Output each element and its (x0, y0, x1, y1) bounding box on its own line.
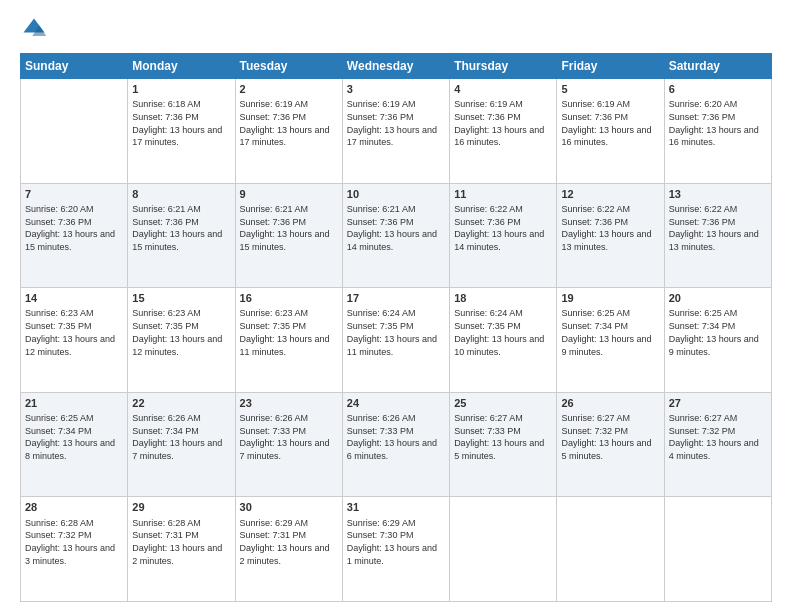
calendar-cell: 4Sunrise: 6:19 AMSunset: 7:36 PMDaylight… (450, 79, 557, 184)
calendar-cell: 10Sunrise: 6:21 AMSunset: 7:36 PMDayligh… (342, 183, 449, 288)
calendar-cell: 2Sunrise: 6:19 AMSunset: 7:36 PMDaylight… (235, 79, 342, 184)
day-number: 23 (240, 396, 338, 410)
logo (20, 15, 52, 43)
day-info: Sunrise: 6:25 AMSunset: 7:34 PMDaylight:… (561, 308, 651, 356)
day-info: Sunrise: 6:28 AMSunset: 7:32 PMDaylight:… (25, 518, 115, 566)
day-number: 29 (132, 500, 230, 514)
day-info: Sunrise: 6:25 AMSunset: 7:34 PMDaylight:… (25, 413, 115, 461)
calendar-cell: 1Sunrise: 6:18 AMSunset: 7:36 PMDaylight… (128, 79, 235, 184)
day-info: Sunrise: 6:26 AMSunset: 7:33 PMDaylight:… (347, 413, 437, 461)
day-number: 31 (347, 500, 445, 514)
calendar-cell: 17Sunrise: 6:24 AMSunset: 7:35 PMDayligh… (342, 288, 449, 393)
day-number: 8 (132, 187, 230, 201)
day-number: 15 (132, 291, 230, 305)
calendar-cell: 30Sunrise: 6:29 AMSunset: 7:31 PMDayligh… (235, 497, 342, 602)
calendar-cell: 25Sunrise: 6:27 AMSunset: 7:33 PMDayligh… (450, 392, 557, 497)
calendar-cell: 19Sunrise: 6:25 AMSunset: 7:34 PMDayligh… (557, 288, 664, 393)
day-info: Sunrise: 6:27 AMSunset: 7:33 PMDaylight:… (454, 413, 544, 461)
day-number: 17 (347, 291, 445, 305)
calendar-week-row: 7Sunrise: 6:20 AMSunset: 7:36 PMDaylight… (21, 183, 772, 288)
calendar-cell: 13Sunrise: 6:22 AMSunset: 7:36 PMDayligh… (664, 183, 771, 288)
calendar-cell: 20Sunrise: 6:25 AMSunset: 7:34 PMDayligh… (664, 288, 771, 393)
calendar-cell: 3Sunrise: 6:19 AMSunset: 7:36 PMDaylight… (342, 79, 449, 184)
calendar-cell (21, 79, 128, 184)
day-number: 16 (240, 291, 338, 305)
calendar-cell: 28Sunrise: 6:28 AMSunset: 7:32 PMDayligh… (21, 497, 128, 602)
day-number: 18 (454, 291, 552, 305)
day-number: 13 (669, 187, 767, 201)
calendar-cell: 9Sunrise: 6:21 AMSunset: 7:36 PMDaylight… (235, 183, 342, 288)
day-number: 25 (454, 396, 552, 410)
day-info: Sunrise: 6:24 AMSunset: 7:35 PMDaylight:… (347, 308, 437, 356)
calendar-week-row: 21Sunrise: 6:25 AMSunset: 7:34 PMDayligh… (21, 392, 772, 497)
calendar-cell: 11Sunrise: 6:22 AMSunset: 7:36 PMDayligh… (450, 183, 557, 288)
day-info: Sunrise: 6:20 AMSunset: 7:36 PMDaylight:… (669, 99, 759, 147)
day-info: Sunrise: 6:21 AMSunset: 7:36 PMDaylight:… (240, 204, 330, 252)
calendar-cell: 23Sunrise: 6:26 AMSunset: 7:33 PMDayligh… (235, 392, 342, 497)
day-info: Sunrise: 6:21 AMSunset: 7:36 PMDaylight:… (347, 204, 437, 252)
calendar-header-sunday: Sunday (21, 54, 128, 79)
calendar-cell (450, 497, 557, 602)
calendar-header-saturday: Saturday (664, 54, 771, 79)
day-info: Sunrise: 6:27 AMSunset: 7:32 PMDaylight:… (669, 413, 759, 461)
calendar-cell: 5Sunrise: 6:19 AMSunset: 7:36 PMDaylight… (557, 79, 664, 184)
calendar-cell: 29Sunrise: 6:28 AMSunset: 7:31 PMDayligh… (128, 497, 235, 602)
day-number: 10 (347, 187, 445, 201)
calendar-cell (557, 497, 664, 602)
calendar-cell: 31Sunrise: 6:29 AMSunset: 7:30 PMDayligh… (342, 497, 449, 602)
calendar-cell: 15Sunrise: 6:23 AMSunset: 7:35 PMDayligh… (128, 288, 235, 393)
day-number: 14 (25, 291, 123, 305)
day-info: Sunrise: 6:22 AMSunset: 7:36 PMDaylight:… (669, 204, 759, 252)
calendar-header-friday: Friday (557, 54, 664, 79)
day-number: 20 (669, 291, 767, 305)
day-info: Sunrise: 6:23 AMSunset: 7:35 PMDaylight:… (132, 308, 222, 356)
calendar-header-monday: Monday (128, 54, 235, 79)
calendar-cell: 26Sunrise: 6:27 AMSunset: 7:32 PMDayligh… (557, 392, 664, 497)
calendar-cell: 7Sunrise: 6:20 AMSunset: 7:36 PMDaylight… (21, 183, 128, 288)
day-number: 26 (561, 396, 659, 410)
day-info: Sunrise: 6:23 AMSunset: 7:35 PMDaylight:… (240, 308, 330, 356)
day-info: Sunrise: 6:26 AMSunset: 7:34 PMDaylight:… (132, 413, 222, 461)
day-info: Sunrise: 6:19 AMSunset: 7:36 PMDaylight:… (454, 99, 544, 147)
day-number: 3 (347, 82, 445, 96)
day-number: 27 (669, 396, 767, 410)
day-info: Sunrise: 6:26 AMSunset: 7:33 PMDaylight:… (240, 413, 330, 461)
day-number: 9 (240, 187, 338, 201)
calendar-cell: 8Sunrise: 6:21 AMSunset: 7:36 PMDaylight… (128, 183, 235, 288)
day-info: Sunrise: 6:28 AMSunset: 7:31 PMDaylight:… (132, 518, 222, 566)
calendar-header-thursday: Thursday (450, 54, 557, 79)
day-info: Sunrise: 6:23 AMSunset: 7:35 PMDaylight:… (25, 308, 115, 356)
day-info: Sunrise: 6:19 AMSunset: 7:36 PMDaylight:… (347, 99, 437, 147)
day-number: 19 (561, 291, 659, 305)
calendar-header-tuesday: Tuesday (235, 54, 342, 79)
day-number: 21 (25, 396, 123, 410)
day-number: 2 (240, 82, 338, 96)
day-number: 4 (454, 82, 552, 96)
day-number: 1 (132, 82, 230, 96)
day-info: Sunrise: 6:29 AMSunset: 7:31 PMDaylight:… (240, 518, 330, 566)
calendar-header-wednesday: Wednesday (342, 54, 449, 79)
calendar-cell: 14Sunrise: 6:23 AMSunset: 7:35 PMDayligh… (21, 288, 128, 393)
calendar-cell: 18Sunrise: 6:24 AMSunset: 7:35 PMDayligh… (450, 288, 557, 393)
calendar-table: SundayMondayTuesdayWednesdayThursdayFrid… (20, 53, 772, 602)
day-info: Sunrise: 6:21 AMSunset: 7:36 PMDaylight:… (132, 204, 222, 252)
day-info: Sunrise: 6:25 AMSunset: 7:34 PMDaylight:… (669, 308, 759, 356)
calendar-cell: 12Sunrise: 6:22 AMSunset: 7:36 PMDayligh… (557, 183, 664, 288)
day-number: 11 (454, 187, 552, 201)
day-number: 24 (347, 396, 445, 410)
day-info: Sunrise: 6:19 AMSunset: 7:36 PMDaylight:… (561, 99, 651, 147)
calendar-week-row: 28Sunrise: 6:28 AMSunset: 7:32 PMDayligh… (21, 497, 772, 602)
header (20, 15, 772, 43)
day-info: Sunrise: 6:22 AMSunset: 7:36 PMDaylight:… (561, 204, 651, 252)
calendar-cell (664, 497, 771, 602)
day-info: Sunrise: 6:20 AMSunset: 7:36 PMDaylight:… (25, 204, 115, 252)
calendar-cell: 21Sunrise: 6:25 AMSunset: 7:34 PMDayligh… (21, 392, 128, 497)
calendar-cell: 22Sunrise: 6:26 AMSunset: 7:34 PMDayligh… (128, 392, 235, 497)
day-info: Sunrise: 6:19 AMSunset: 7:36 PMDaylight:… (240, 99, 330, 147)
day-number: 6 (669, 82, 767, 96)
calendar-cell: 6Sunrise: 6:20 AMSunset: 7:36 PMDaylight… (664, 79, 771, 184)
calendar-week-row: 14Sunrise: 6:23 AMSunset: 7:35 PMDayligh… (21, 288, 772, 393)
day-info: Sunrise: 6:27 AMSunset: 7:32 PMDaylight:… (561, 413, 651, 461)
calendar-cell: 24Sunrise: 6:26 AMSunset: 7:33 PMDayligh… (342, 392, 449, 497)
calendar-week-row: 1Sunrise: 6:18 AMSunset: 7:36 PMDaylight… (21, 79, 772, 184)
